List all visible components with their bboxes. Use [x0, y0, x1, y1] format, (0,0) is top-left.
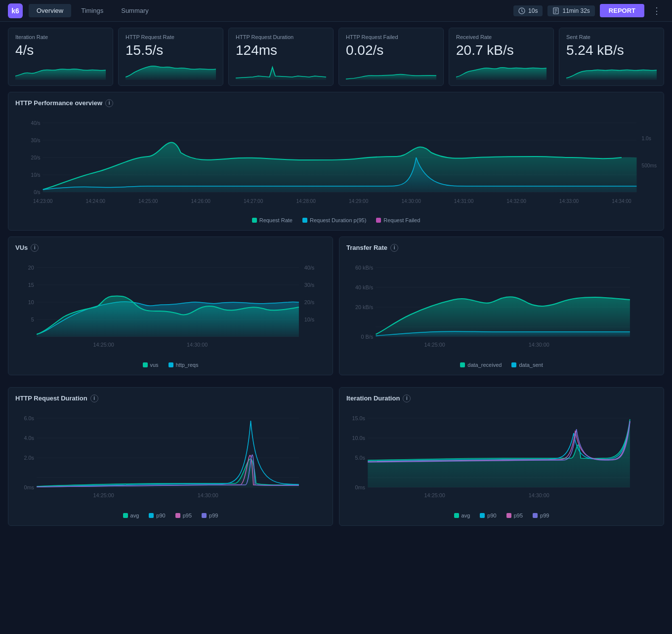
legend-label-id-p90: p90 — [487, 513, 496, 518]
legend-hd-avg: avg — [123, 513, 139, 518]
svg-text:14:27:00: 14:27:00 — [244, 198, 263, 204]
legend-label-vus: vus — [150, 362, 159, 368]
svg-text:14:26:00: 14:26:00 — [191, 198, 210, 204]
more-options-button[interactable]: ⋮ — [649, 3, 664, 18]
http-duration-title: HTTP Request Duration i — [15, 395, 326, 402]
iter-duration-chart-container: 15.0s 10.0s 5.0s 0ms 14:25:00 14:30:00 — [346, 408, 657, 509]
svg-text:14:33:00: 14:33:00 — [559, 198, 579, 204]
http-duration-legend: avg p90 p95 p99 — [15, 513, 326, 518]
legend-dot-hd-avg — [123, 513, 128, 518]
transfer-chart: 60 kB/s 40 kB/s 20 kB/s 0 B/s 14:25:00 1… — [346, 258, 657, 357]
tab-timings[interactable]: Timings — [73, 4, 111, 17]
metric-label-http-request-duration: HTTP Request Duration — [236, 34, 326, 40]
tab-overview[interactable]: Overview — [29, 4, 71, 17]
svg-text:15.0s: 15.0s — [352, 416, 365, 421]
legend-hd-p95: p95 — [175, 513, 192, 518]
legend-dot-id-p99 — [533, 513, 538, 518]
metric-card-iteration-rate: Iteration Rate 4/s — [8, 28, 113, 86]
main-content: Iteration Rate 4/s HTTP Request Rate 15.… — [0, 22, 672, 544]
metric-value-http-request-duration: 124ms — [236, 43, 326, 58]
http-duration-chart: 6.0s 4.0s 2.0s 0ms 14:25:00 14:30:00 — [15, 408, 326, 507]
metric-value-received-rate: 20.7 kB/s — [456, 43, 546, 58]
legend-data-received: data_received — [460, 362, 502, 368]
svg-text:40/s: 40/s — [304, 265, 314, 271]
svg-text:5: 5 — [31, 317, 34, 322]
metric-card-received-rate: Received Rate 20.7 kB/s — [449, 28, 554, 86]
transfer-title-text: Transfer Rate — [346, 244, 387, 251]
metric-label-iteration-rate: Iteration Rate — [15, 34, 106, 40]
legend-dot-hd-p95 — [175, 513, 180, 518]
svg-text:0 B/s: 0 B/s — [361, 334, 373, 340]
metric-label-http-request-rate: HTTP Request Rate — [126, 34, 216, 40]
svg-text:14:30:00: 14:30:00 — [198, 493, 218, 498]
transfer-chart-container: 60 kB/s 40 kB/s 20 kB/s 0 B/s 14:25:00 1… — [346, 258, 657, 358]
iter-duration-title: Iteration Duration i — [346, 395, 657, 402]
legend-label-request-duration: Request Duration p(95) — [310, 217, 366, 223]
svg-text:14:30:00: 14:30:00 — [529, 493, 549, 498]
logo: k6 — [8, 3, 23, 18]
svg-text:14:25:00: 14:25:00 — [93, 342, 114, 348]
metric-value-sent-rate: 5.24 kB/s — [566, 43, 657, 58]
svg-text:5.0s: 5.0s — [355, 455, 365, 461]
tab-summary[interactable]: Summary — [113, 4, 157, 17]
legend-dot-id-p95 — [506, 513, 511, 518]
svg-text:500ms: 500ms — [642, 163, 657, 168]
http-duration-chart-container: 6.0s 4.0s 2.0s 0ms 14:25:00 14:30:00 — [15, 408, 326, 509]
iter-duration-info-icon[interactable]: i — [403, 395, 411, 402]
legend-label-id-p95: p95 — [514, 513, 523, 518]
svg-text:6.0s: 6.0s — [24, 416, 34, 421]
bottom-row: HTTP Request Duration i — [8, 387, 664, 532]
metric-cards-row: Iteration Rate 4/s HTTP Request Rate 15.… — [8, 28, 664, 86]
metric-value-http-request-rate: 15.5/s — [126, 43, 216, 58]
time-interval-value: 10s — [528, 7, 538, 14]
http-perf-legend: Request Rate Request Duration p(95) Requ… — [15, 217, 657, 223]
svg-text:14:30:00: 14:30:00 — [187, 342, 208, 348]
vus-panel: VUs i — [8, 237, 333, 375]
middle-row: VUs i — [8, 237, 664, 381]
svg-text:14:24:00: 14:24:00 — [86, 198, 106, 204]
transfer-info-icon[interactable]: i — [390, 244, 398, 252]
http-perf-title: HTTP Performance overview i — [15, 99, 657, 107]
svg-text:60 kB/s: 60 kB/s — [355, 265, 373, 271]
svg-text:40 kB/s: 40 kB/s — [355, 285, 373, 290]
vus-info-icon[interactable]: i — [31, 244, 39, 252]
duration-value: 11min 32s — [562, 7, 589, 14]
http-duration-title-text: HTTP Request Duration — [15, 395, 87, 402]
legend-hd-p90: p90 — [149, 513, 165, 518]
legend-label-id-avg: avg — [462, 513, 470, 518]
legend-label-id-p99: p99 — [540, 513, 549, 518]
legend-http-reqs: http_reqs — [168, 362, 199, 368]
metric-card-http-request-rate: HTTP Request Rate 15.5/s — [118, 28, 223, 86]
metric-value-iteration-rate: 4/s — [15, 43, 106, 58]
legend-request-rate: Request Rate — [252, 217, 293, 223]
iter-duration-panel: Iteration Duration i — [339, 387, 664, 526]
svg-text:14:28:00: 14:28:00 — [296, 198, 316, 204]
vus-title-text: VUs — [15, 244, 28, 251]
legend-data-sent: data_sent — [511, 362, 543, 368]
svg-text:40/s: 40/s — [31, 120, 41, 126]
header: k6 Overview Timings Summary 10s 11min 32… — [0, 0, 672, 22]
legend-dot-request-rate — [252, 218, 257, 223]
mini-chart-http-request-duration — [236, 62, 326, 80]
svg-text:14:25:00: 14:25:00 — [424, 493, 445, 498]
svg-text:0ms: 0ms — [24, 485, 34, 490]
svg-text:2.0s: 2.0s — [24, 455, 34, 461]
http-perf-info-icon[interactable]: i — [105, 99, 113, 107]
legend-label-http-reqs: http_reqs — [176, 362, 199, 368]
legend-dot-id-avg — [454, 513, 459, 518]
legend-id-p99: p99 — [533, 513, 549, 518]
mini-chart-http-request-failed — [346, 62, 436, 80]
nav-tabs: Overview Timings Summary — [29, 4, 513, 17]
metric-value-http-request-failed: 0.02/s — [346, 43, 436, 58]
svg-text:10.0s: 10.0s — [352, 436, 365, 441]
legend-label-data-sent: data_sent — [519, 362, 543, 368]
header-right: 10s 11min 32s REPORT ⋮ — [513, 3, 664, 18]
svg-text:15: 15 — [28, 282, 34, 288]
report-button[interactable]: REPORT — [600, 4, 644, 17]
http-perf-panel: HTTP Performance overview i 40/s 30/s 20… — [8, 92, 664, 231]
duration-badge: 11min 32s — [547, 5, 594, 16]
legend-dot-data-sent — [511, 362, 516, 367]
legend-dot-http-reqs — [168, 362, 173, 367]
legend-id-avg: avg — [454, 513, 470, 518]
http-duration-info-icon[interactable]: i — [90, 395, 98, 402]
